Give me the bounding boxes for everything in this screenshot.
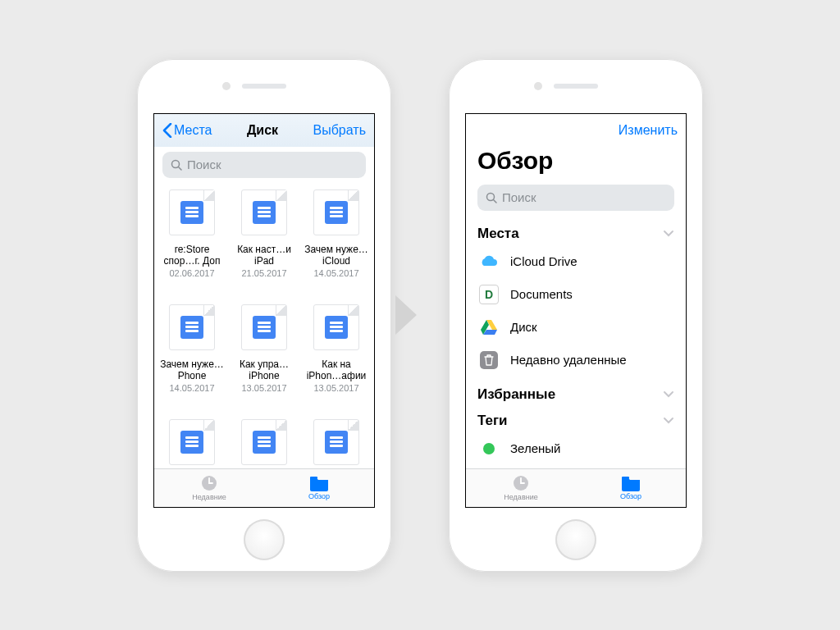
back-label: Места [174,123,212,138]
arrow-right-icon [390,292,423,338]
file-name: re:Store спор…г. Доп [159,244,225,267]
file-name: Как на iPhon…афии [304,358,369,381]
file-item[interactable] [158,419,226,468]
file-date: 13.05.2017 [241,383,286,393]
search-icon [486,192,497,203]
icloud-icon [477,255,500,268]
clock-icon [512,474,530,492]
place-documents[interactable]: D Documents [466,278,686,311]
file-item[interactable]: re:Store спор…г. Доп02.06.2017 [158,189,226,304]
file-name: Как упра…iPhone [231,358,297,381]
chevron-down-icon [663,230,674,238]
file-item[interactable] [302,419,371,468]
section-tags-header[interactable]: Теги [477,413,674,429]
tab-recent[interactable]: Недавние [466,469,576,507]
nav-title: Диск [247,123,278,138]
tab-label: Недавние [192,493,226,501]
search-input[interactable]: Поиск [162,152,366,178]
doc-icon [169,419,215,465]
phone-right: Изменить Обзор Поиск Места iCloud Drive [449,59,703,572]
google-drive-icon [477,319,500,336]
doc-icon [169,189,215,235]
svg-rect-3 [310,477,317,479]
file-grid: re:Store спор…г. Доп02.06.2017 Как наст…… [154,186,374,468]
doc-icon [169,304,215,350]
file-item[interactable]: Зачем нуже…Phone14.05.2017 [158,304,226,419]
file-name: Как наст…и iPad [231,244,297,267]
chevron-down-icon [663,390,674,399]
tag-green[interactable]: Зеленый [466,432,686,465]
documents-app-icon: D [477,285,500,304]
file-date: 14.05.2017 [313,268,358,278]
clock-icon [200,474,218,492]
nav-bar: Изменить [466,114,686,147]
tab-browse[interactable]: Обзор [576,469,686,507]
file-date: 02.06.2017 [169,268,214,278]
file-name: Зачем нуже…iCloud [304,244,369,267]
screen-browse: Изменить Обзор Поиск Места iCloud Drive [465,113,687,508]
trash-icon [477,351,500,369]
place-label: Documents [510,287,573,301]
folder-icon [309,475,329,491]
doc-icon [241,304,287,350]
select-button[interactable]: Выбрать [313,123,366,138]
file-item[interactable]: Как на iPhon…афии13.05.2017 [302,304,371,419]
tab-bar: Недавние Обзор [466,468,686,507]
chevron-down-icon [663,417,674,425]
file-item[interactable]: Как наст…и iPad21.05.2017 [230,189,299,304]
file-date: 14.05.2017 [169,383,214,393]
place-label: Недавно удаленные [510,353,627,367]
tab-browse[interactable]: Обзор [264,469,374,507]
camera-dot [222,82,231,90]
tab-label: Обзор [620,492,641,500]
file-name: Зачем нуже…Phone [159,358,225,381]
file-item[interactable] [230,419,299,468]
doc-icon [313,304,359,350]
file-date: 21.05.2017 [241,268,286,278]
camera-dot [534,82,542,90]
doc-icon [241,419,287,465]
phone-left: Места Диск Выбрать Поиск re:Store спор…г… [137,59,391,572]
section-places-header[interactable]: Места [477,226,674,242]
search-icon [171,159,182,171]
search-input[interactable]: Поиск [477,185,674,211]
page-title: Обзор [477,147,674,175]
edit-button[interactable]: Изменить [619,123,678,138]
screen-disk: Места Диск Выбрать Поиск re:Store спор…г… [153,113,375,508]
tags-list: Зеленый [466,432,686,465]
svg-line-1 [179,167,182,170]
search-placeholder: Поиск [502,190,536,204]
doc-icon [313,419,359,465]
folder-icon [621,475,641,491]
place-label: Диск [510,320,537,334]
places-list: iCloud Drive D Documents Диск Недавн [466,245,686,377]
file-date: 13.05.2017 [313,383,358,393]
tag-label: Зеленый [510,441,560,455]
chevron-left-icon [162,123,172,138]
tab-bar: Недавние Обзор [154,468,374,507]
svg-rect-7 [622,477,629,479]
file-item[interactable]: Зачем нуже…iCloud14.05.2017 [302,189,371,304]
svg-line-5 [494,199,497,203]
search-placeholder: Поиск [187,158,221,171]
tab-label: Недавние [504,493,537,501]
file-item[interactable]: Как упра…iPhone13.05.2017 [230,304,299,419]
home-button[interactable] [244,519,285,560]
place-gdrive[interactable]: Диск [466,311,686,344]
section-label: Места [477,226,519,242]
tag-dot-icon [477,443,500,454]
home-button[interactable] [555,519,596,560]
section-favorites-header[interactable]: Избранные [477,386,674,403]
back-button[interactable]: Места [162,123,212,138]
section-label: Избранные [477,386,555,403]
place-trash[interactable]: Недавно удаленные [466,344,686,377]
place-label: iCloud Drive [510,254,578,268]
nav-bar: Места Диск Выбрать [154,114,374,147]
tab-recent[interactable]: Недавние [154,469,264,507]
section-label: Теги [477,413,508,429]
doc-icon [241,189,287,235]
place-icloud[interactable]: iCloud Drive [466,245,686,278]
doc-icon [313,189,359,235]
tab-label: Обзор [308,492,330,500]
